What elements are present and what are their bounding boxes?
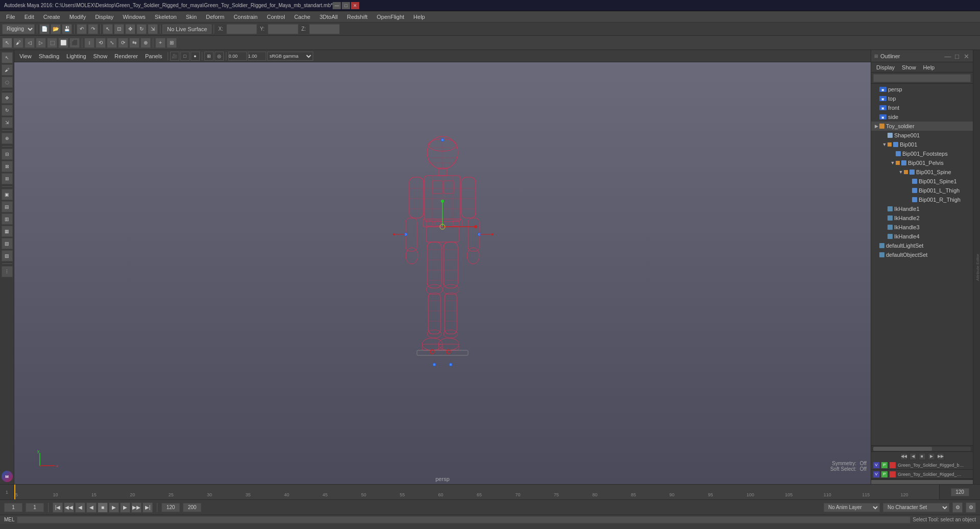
- maximize-button[interactable]: □: [342, 2, 350, 9]
- vp-wireframe-button[interactable]: □: [180, 52, 190, 61]
- menu-item-help[interactable]: Help: [409, 13, 429, 21]
- render6-button[interactable]: ▨: [2, 250, 13, 261]
- vp-smooth-button[interactable]: ●: [191, 52, 200, 61]
- outliner-scrollbar-horizontal[interactable]: [871, 445, 973, 451]
- y-input[interactable]: [268, 24, 298, 34]
- select-mode-button[interactable]: ↖: [2, 52, 13, 63]
- redo-button[interactable]: ↷: [88, 24, 98, 34]
- tree-item-ikhandle2[interactable]: IkHandle2: [871, 213, 973, 223]
- menu-item-control[interactable]: Control: [263, 13, 289, 21]
- open-button[interactable]: 📂: [51, 24, 61, 34]
- snap2-button[interactable]: ⊠: [2, 161, 13, 172]
- vp-camera-select[interactable]: 🎥: [170, 52, 179, 61]
- menu-item-3dtoall[interactable]: 3DtoAll: [315, 13, 341, 21]
- scale-button[interactable]: ⇲: [148, 24, 158, 34]
- paint-select-button[interactable]: 🖌: [2, 64, 13, 76]
- menu-item-create[interactable]: Create: [39, 13, 64, 21]
- tree-item-bip001-r-thigh[interactable]: Bip001_R_Thigh: [871, 195, 973, 204]
- renderer-menu[interactable]: Renderer: [111, 52, 141, 60]
- save-button[interactable]: 💾: [62, 24, 72, 34]
- lasso-button[interactable]: ⊡: [114, 24, 124, 34]
- outliner-show-menu[interactable]: Show: [899, 63, 919, 71]
- misc-button[interactable]: ⋮: [2, 266, 13, 277]
- anim-end-frame-input[interactable]: [183, 503, 201, 512]
- tree-item-bip001-pelvis[interactable]: ▼ Bip001_Pelvis: [871, 158, 973, 167]
- tree-item-ikhandle3[interactable]: IkHandle3: [871, 223, 973, 232]
- select-tool-button[interactable]: ↖: [103, 24, 113, 34]
- tree-item-persp[interactable]: ▣ persp: [871, 85, 973, 94]
- outliner-help-menu[interactable]: Help: [920, 63, 938, 71]
- tree-item-bip001-footsteps[interactable]: Bip001_Footsteps: [871, 149, 973, 158]
- render3-button[interactable]: ▥: [2, 213, 13, 225]
- paint-button[interactable]: 🖌: [13, 38, 24, 48]
- outliner-next-button[interactable]: ▶▶: [937, 453, 944, 460]
- character-set-dropdown[interactable]: No Character Set: [883, 503, 949, 512]
- end-frame-input[interactable]: [161, 503, 180, 512]
- menu-item-skeleton[interactable]: Skeleton: [151, 13, 181, 21]
- show-manipulator-button[interactable]: ⊕: [2, 133, 13, 144]
- mel-input[interactable]: [17, 516, 911, 523]
- tb6[interactable]: ⬜: [58, 38, 68, 48]
- vp-xray-button[interactable]: ◎: [215, 52, 224, 61]
- menu-item-redshift[interactable]: Redshift: [343, 13, 371, 21]
- select-arrow-button[interactable]: ↖: [2, 38, 12, 48]
- z-input[interactable]: [309, 24, 340, 34]
- menu-item-modify[interactable]: Modify: [65, 13, 90, 21]
- outliner-minimize-button[interactable]: —: [944, 53, 951, 60]
- step-forward-button[interactable]: ▶▶: [131, 502, 142, 513]
- minimize-button[interactable]: —: [333, 2, 341, 9]
- scale-tool-button[interactable]: ⇲: [2, 117, 13, 128]
- stop-button[interactable]: ■: [98, 502, 108, 513]
- next-key-button[interactable]: ▶: [120, 502, 130, 513]
- rotate-button[interactable]: ↻: [136, 24, 147, 34]
- tb13[interactable]: ⊕: [141, 38, 151, 48]
- tree-item-bip001-spine[interactable]: ▼ Bip001_Spine: [871, 167, 973, 177]
- tree-item-bip001-spine1[interactable]: Bip001_Spine1: [871, 177, 973, 186]
- bottom-scroll-thumb[interactable]: [871, 480, 973, 484]
- outliner-maximize-button[interactable]: □: [953, 53, 961, 60]
- frame-end-input[interactable]: [951, 488, 969, 496]
- tb11[interactable]: ⟳: [118, 38, 128, 48]
- render2-button[interactable]: ▤: [2, 201, 13, 212]
- skip-to-start-button[interactable]: |◀: [53, 502, 63, 513]
- show-menu[interactable]: Show: [90, 52, 111, 60]
- scrollbar-thumb-h[interactable]: [873, 447, 932, 451]
- snap-button[interactable]: ⊟: [2, 149, 13, 160]
- close-button[interactable]: ✕: [351, 2, 359, 9]
- menu-item-deform[interactable]: Deform: [202, 13, 228, 21]
- vp-val2-input[interactable]: [248, 52, 266, 61]
- tree-item-front[interactable]: ▣ front: [871, 103, 973, 112]
- vp-val1-input[interactable]: [228, 52, 247, 61]
- render4-button[interactable]: ▦: [2, 226, 13, 237]
- tb5[interactable]: ⬚: [47, 38, 57, 48]
- view-menu[interactable]: View: [16, 52, 35, 60]
- snap3-button[interactable]: ⊞: [2, 173, 13, 184]
- shading-menu[interactable]: Shading: [36, 52, 62, 60]
- menu-item-skin[interactable]: Skin: [182, 13, 201, 21]
- current-frame-input[interactable]: [4, 503, 22, 512]
- tb4[interactable]: ▷: [36, 38, 46, 48]
- outliner-display-menu[interactable]: Display: [873, 63, 898, 71]
- tree-item-ikhandle1[interactable]: IkHandle1: [871, 204, 973, 213]
- tb7[interactable]: ⬛: [69, 38, 80, 48]
- step-back-button[interactable]: ◀◀: [64, 502, 74, 513]
- lighting-menu[interactable]: Lighting: [63, 52, 89, 60]
- tree-item-default-light-set[interactable]: defaultLightSet: [871, 241, 973, 250]
- play-forward-button[interactable]: ▶: [109, 502, 119, 513]
- prev-key-button[interactable]: ◀: [75, 502, 85, 513]
- anim-settings2-button[interactable]: ⚙: [966, 502, 976, 513]
- menu-item-windows[interactable]: Windows: [119, 13, 150, 21]
- rotate-tool-button[interactable]: ↻: [2, 105, 13, 116]
- outliner-close-button[interactable]: ✕: [963, 53, 970, 60]
- gamma-dropdown[interactable]: sRGB gamma: [267, 52, 313, 61]
- render-button[interactable]: ▣: [2, 189, 13, 200]
- outliner-play-button[interactable]: ▶: [928, 453, 935, 460]
- tb3[interactable]: ◁: [25, 38, 35, 48]
- lasso-select-button[interactable]: ◌: [2, 77, 13, 88]
- outliner-bottom-scrollbar[interactable]: [871, 479, 973, 484]
- move-tool-button[interactable]: ✥: [2, 92, 13, 104]
- tb12[interactable]: ⇆: [129, 38, 139, 48]
- tree-item-top[interactable]: ▣ top: [871, 94, 973, 103]
- skip-to-end-button[interactable]: ▶|: [143, 502, 153, 513]
- new-scene-button[interactable]: 📄: [39, 24, 50, 34]
